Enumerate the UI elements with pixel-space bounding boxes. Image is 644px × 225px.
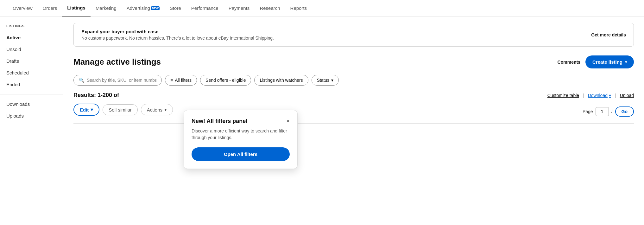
sidebar-item-scheduled[interactable]: Scheduled (0, 67, 63, 79)
new-badge: NEW (151, 6, 160, 10)
sidebar-item-ended[interactable]: Ended (0, 79, 63, 90)
search-input[interactable] (87, 78, 156, 83)
sidebar-item-active[interactable]: Active (0, 32, 63, 43)
sidebar-item-unsold[interactable]: Unsold (0, 43, 63, 55)
send-offers-label: Send offers - eligible (205, 78, 246, 83)
top-navigation: Overview Orders Listings Marketing Adver… (0, 0, 644, 16)
status-chevron-icon: ▾ (331, 78, 333, 83)
status-label: Status (317, 78, 330, 83)
edit-label: Edit (80, 107, 89, 113)
create-listing-button[interactable]: Create listing ▾ (585, 55, 634, 68)
download-chevron-icon: ▾ (609, 93, 611, 98)
banner-text: Expand your buyer pool with ease No cust… (81, 29, 274, 41)
send-offers-button[interactable]: Send offers - eligible (200, 75, 251, 86)
sidebar-divider (0, 94, 63, 94)
actions-chevron-icon: ▾ (164, 107, 167, 113)
tooltip-header: New! All filters panel × (192, 118, 290, 125)
results-text: Results: 1-200 of (73, 92, 119, 99)
actions-button[interactable]: Actions ▾ (141, 104, 173, 115)
chevron-down-icon: ▾ (625, 60, 627, 64)
separator-1: | (583, 93, 584, 98)
edit-chevron-icon: ▾ (91, 107, 93, 113)
table-area (73, 123, 634, 127)
open-all-filters-button[interactable]: Open All filters (192, 147, 290, 161)
nav-overview[interactable]: Overview (8, 0, 38, 16)
sidebar-item-drafts[interactable]: Drafts (0, 55, 63, 67)
all-filters-tooltip: New! All filters panel × Discover a more… (184, 110, 298, 169)
sidebar-item-uploads[interactable]: Uploads (0, 110, 63, 122)
tooltip-close-button[interactable]: × (286, 118, 290, 125)
sidebar-section-label: LISTINGS (0, 24, 63, 32)
sidebar: LISTINGS Active Unsold Drafts Scheduled … (0, 16, 63, 225)
download-label: Download (588, 93, 608, 98)
status-dropdown-button[interactable]: Status ▾ (312, 75, 339, 86)
comments-link[interactable]: Comments (558, 60, 580, 65)
customize-table-link[interactable]: Customize table (547, 93, 579, 98)
nav-payments[interactable]: Payments (224, 0, 255, 16)
filter-bar: 🔍 ≡ All filters Send offers - eligible L… (73, 75, 634, 86)
action-row: Edit ▾ Sell similar Actions ▾ (73, 104, 173, 116)
filter-funnel-icon: ≡ (170, 78, 173, 83)
actions-label: Actions (147, 107, 162, 113)
all-filters-button[interactable]: ≡ All filters (165, 75, 197, 86)
page-title: Manage active listings (73, 57, 161, 67)
edit-button[interactable]: Edit ▾ (73, 104, 99, 116)
page-slash: / (611, 109, 613, 114)
nav-reports[interactable]: Reports (285, 0, 312, 16)
results-row: Results: 1-200 of Customize table | Down… (73, 92, 634, 99)
promo-banner: Expand your buyer pool with ease No cust… (73, 23, 634, 47)
sidebar-item-downloads[interactable]: Downloads (0, 98, 63, 110)
nav-marketing[interactable]: Marketing (91, 0, 122, 16)
tooltip-body: Discover a more efficient way to search … (192, 128, 290, 141)
go-button[interactable]: Go (615, 106, 634, 117)
nav-orders[interactable]: Orders (38, 0, 62, 16)
nav-performance[interactable]: Performance (186, 0, 224, 16)
pagination: Page / Go (583, 106, 634, 117)
banner-body: No customs paperwork. No return hassles.… (81, 35, 274, 41)
sell-similar-button[interactable]: Sell similar (103, 104, 138, 115)
download-link[interactable]: Download ▾ (588, 93, 611, 98)
results-actions-right: Customize table | Download ▾ | Upload (547, 93, 634, 98)
main-content: Expand your buyer pool with ease No cust… (63, 16, 644, 225)
nav-research[interactable]: Research (255, 0, 285, 16)
banner-link[interactable]: Get more details (591, 32, 626, 37)
page-header: Manage active listings Comments Create l… (73, 55, 634, 68)
search-icon: 🔍 (79, 78, 84, 83)
page-input[interactable] (596, 107, 609, 116)
header-actions: Comments Create listing ▾ (558, 55, 634, 68)
banner-title: Expand your buyer pool with ease (81, 29, 274, 34)
listings-with-watchers-button[interactable]: Listings with watchers (254, 75, 308, 86)
nav-advertising[interactable]: AdvertisingNEW (122, 0, 165, 16)
page-label: Page (583, 109, 593, 114)
page-layout: LISTINGS Active Unsold Drafts Scheduled … (0, 16, 644, 225)
tooltip-title: New! All filters panel (192, 118, 247, 125)
create-listing-label: Create listing (592, 59, 622, 65)
listings-with-watchers-label: Listings with watchers (260, 78, 303, 83)
nav-store[interactable]: Store (165, 0, 186, 16)
upload-link[interactable]: Upload (620, 93, 634, 98)
all-filters-label: All filters (175, 78, 192, 83)
nav-listings[interactable]: Listings (62, 0, 91, 16)
separator-2: | (615, 93, 616, 98)
search-input-wrap[interactable]: 🔍 (73, 75, 162, 86)
